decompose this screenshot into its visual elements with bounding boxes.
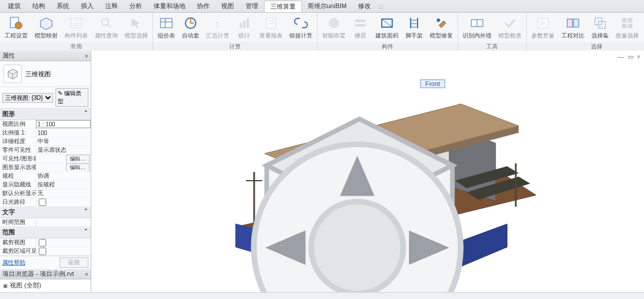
prop-row: 规程协调 [0,172,91,181]
ribbon-button-label: 组价表 [158,32,175,40]
menu-item[interactable]: 结构 [27,1,51,12]
ribbon-button-label: 汇总计算 [206,32,229,40]
prop-category[interactable]: 图形⌃ [0,109,91,120]
ribbon-button-batch: 批量选择 [613,14,641,41]
close-icon[interactable]: × [85,53,88,59]
properties-header: 属性 × [0,51,91,61]
svg-point-19 [329,18,338,28]
ribbon-button-label: 模型选择 [125,32,148,40]
ribbon-button-label: 链接计算 [289,32,312,40]
scaffold-icon [406,15,422,31]
menu-item[interactable]: 斯维尔uniBIM [302,1,352,12]
ribbon-group: 识别内外墙模型检查工具 [458,13,527,50]
restore-icon[interactable]: ▭ [628,53,634,61]
prop-row: 详细程度中等 [0,137,91,146]
svg-rect-14 [243,21,245,28]
find-icon [98,15,114,31]
svg-rect-40 [628,24,632,28]
nav-wheel[interactable] [81,127,634,299]
ribbon-group-label: 常用 [0,42,152,51]
menu-box-icon[interactable]: □ [379,3,383,10]
close-icon[interactable]: × [637,53,641,61]
ribbon-button-cube-map[interactable]: 模型映射 [32,14,60,41]
smart-icon [326,15,342,31]
repair-icon [433,15,449,31]
svg-point-74 [311,201,403,293]
prop-category[interactable]: 范围⌃ [0,227,91,238]
ribbon-button-label: 建筑面积 [375,32,399,40]
svg-line-7 [107,24,111,28]
ribbon-button-label: 识别内外墙 [463,32,492,40]
prop-row: 比例值 1:100 [0,129,91,137]
stat-icon [236,15,252,31]
link-calc-icon [293,15,309,31]
cropview-checkbox[interactable] [39,239,46,246]
svg-rect-8 [161,18,172,28]
minimize-icon[interactable]: — [618,53,624,61]
ribbon-button-label: 楼层 [355,32,366,40]
svg-point-28 [437,18,440,22]
ribbon-button-link-calc[interactable]: 链接计算 [287,14,315,41]
menu-item-active[interactable]: 三维算量 [264,1,302,12]
menu-item[interactable]: 系统 [51,1,75,12]
prop-row: 时间范围 [0,218,91,227]
doc-window-buttons: — ▭ × [618,53,641,61]
ribbon-group-label: 计算 [153,42,317,51]
left-column: 属性 × 三维视图 三维视图: {3D} ✎ 编辑类型 图形⌃ 视图比例1 : … [0,51,91,299]
properties-help-link[interactable]: 属性帮助 [2,259,25,267]
gear-doc-icon [8,15,24,31]
ribbon-button-compare[interactable]: 工程对比 [559,14,587,41]
ribbon-button-area[interactable]: 建筑面积 [373,14,401,41]
ribbon-group: fx参数算量工程对比选择集批量选择筛选选择 [527,13,644,50]
menu-item[interactable]: 分析 [124,1,148,12]
ribbon-button-select: 模型选择 [122,14,150,41]
menu-item[interactable]: 体量和场地 [148,1,191,12]
svg-rect-34 [574,19,579,27]
prop-row: 显示隐藏线按规程 [0,181,91,189]
menu-item[interactable]: 建筑 [2,1,27,12]
floor-icon [352,15,368,31]
ribbon-button-label: 自动套 [182,32,199,40]
properties-panel: 属性 × 三维视图 三维视图: {3D} ✎ 编辑类型 图形⌃ 视图比例1 : … [0,51,91,269]
status-bar [0,292,644,299]
ribbon-button-label: 参数算量 [531,32,554,40]
viewport-3d[interactable]: — ▭ × 双选防疫区 Front [91,51,644,292]
cropregion-checkbox[interactable] [39,248,46,255]
ribbon-button-label: 属性查询 [95,32,118,40]
sunpath-checkbox[interactable] [39,199,46,206]
list-icon [68,15,84,31]
ribbon-button-report: 查看报表 [257,14,285,41]
ribbon-group-label: 构件 [318,42,457,51]
menu-item[interactable]: 插入 [75,1,99,12]
ribbon-button-label: 批量选择 [616,32,639,40]
menu-item[interactable]: 注释 [99,1,124,12]
sum-icon: Σ [210,15,226,31]
properties-title: 属性 [2,51,15,60]
prop-category[interactable]: 文字⌃ [0,207,91,218]
ribbon-button-wall[interactable]: 识别内外墙 [460,14,494,41]
ribbon-button-selset[interactable]: 选择集 [589,14,611,41]
type-selector[interactable]: 三维视图: {3D} [2,93,53,103]
menu-item[interactable]: 协作 [191,1,215,12]
ribbon-button-scaffold[interactable]: 脚手架 [403,14,425,41]
type-card: 三维视图 [0,61,91,87]
ribbon-button-repair[interactable]: 模型修复 [427,14,455,41]
svg-text:fx: fx [541,20,546,27]
batch-icon [619,15,635,31]
prop-row: 日光路径 [0,198,91,207]
ribbon-button-label: 智能布置 [322,32,345,40]
ribbon-button-gear-doc[interactable]: 工程设置 [2,14,30,41]
prop-row: 图形显示选项编辑… [0,163,91,172]
menu-item[interactable]: 视图 [215,1,240,12]
menu-item[interactable]: 修改 [352,1,377,12]
properties-footer: 属性帮助 应用 [0,256,91,269]
prop-row: 零件可见性显示原状态 [0,146,91,155]
tree-root[interactable]: ▣ 视图 (全部) [1,281,90,290]
ribbon-button-auto[interactable]: 自动套 [180,14,202,41]
selset-icon [592,15,608,31]
ribbon-button-label: 模型映射 [35,32,58,40]
menu-item[interactable]: 管理 [240,1,264,12]
ribbon-button-label: 选择集 [591,32,609,40]
report-icon [263,15,279,31]
ribbon-button-table-price[interactable]: 组价表 [155,14,177,41]
